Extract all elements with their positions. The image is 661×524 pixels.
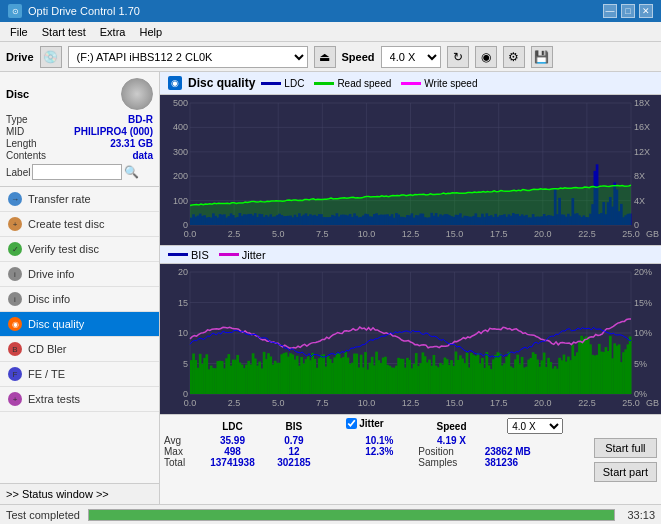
total-samples: 381236 <box>485 457 586 468</box>
read-speed-label: Read speed <box>337 78 391 89</box>
main-layout: Disc Type BD-R MID PHILIPRO4 (000) Lengt… <box>0 72 661 504</box>
verify-test-disc-icon: ✓ <box>8 242 22 256</box>
jitter-checkbox[interactable] <box>346 418 357 429</box>
samples-label: Samples <box>418 457 484 468</box>
bis-legend-bar: BIS Jitter <box>160 246 661 264</box>
sidebar-item-transfer-rate[interactable]: → Transfer rate <box>0 187 159 212</box>
status-time: 33:13 <box>627 509 655 521</box>
drive-select[interactable]: (F:) ATAPI iHBS112 2 CL0K <box>68 46 308 68</box>
status-text: Test completed <box>6 509 80 521</box>
create-test-disc-icon: + <box>8 217 22 231</box>
speed-label: Speed <box>342 51 375 63</box>
disc-type-value: BD-R <box>128 114 153 125</box>
disc-label-label: Label <box>6 167 30 178</box>
label-icon[interactable]: 🔍 <box>124 165 139 179</box>
nav-cd-bler-label: CD Bler <box>28 343 67 355</box>
disc-info-icon: i <box>8 292 22 306</box>
minimize-button[interactable]: — <box>603 4 617 18</box>
position-label: Position <box>418 446 484 457</box>
disc-mid-row: MID PHILIPRO4 (000) <box>6 126 153 137</box>
close-button[interactable]: ✕ <box>639 4 653 18</box>
eject-button[interactable]: ⏏ <box>314 46 336 68</box>
extra-tests-icon: + <box>8 392 22 406</box>
disc-length-row: Length 23.31 GB <box>6 138 153 149</box>
drivebar: Drive 💿 (F:) ATAPI iHBS112 2 CL0K ⏏ Spee… <box>0 42 661 72</box>
disc-panel: Disc Type BD-R MID PHILIPRO4 (000) Lengt… <box>0 72 159 187</box>
charts: BIS Jitter <box>160 95 661 414</box>
start-full-button[interactable]: Start full <box>594 438 657 458</box>
titlebar-left: ⊙ Opti Drive Control 1.70 <box>8 4 140 18</box>
write-speed-label: Write speed <box>424 78 477 89</box>
ldc-header: LDC <box>197 417 267 435</box>
content-area: ◉ Disc quality LDC Read speed Write spee… <box>160 72 661 504</box>
max-bis: 12 <box>268 446 321 457</box>
jitter-header-label: Jitter <box>359 418 383 429</box>
status-window-link[interactable]: >> Status window >> <box>0 483 159 504</box>
cd-bler-icon: B <box>8 342 22 356</box>
disc-contents-label: Contents <box>6 150 46 161</box>
disc-title: Disc <box>6 88 29 100</box>
nav-fe-te-label: FE / TE <box>28 368 65 380</box>
save-button[interactable]: 💾 <box>531 46 553 68</box>
bis-chart <box>160 264 661 414</box>
total-label: Total <box>164 457 197 468</box>
menu-help[interactable]: Help <box>133 25 168 39</box>
ldc-label: LDC <box>284 78 304 89</box>
jitter-col: Jitter <box>340 417 418 430</box>
disc-mid-label: MID <box>6 126 24 137</box>
speed-select[interactable]: 4.0 X <box>381 46 441 68</box>
sidebar-item-disc-quality[interactable]: ◉ Disc quality <box>0 312 159 337</box>
ldc-chart <box>160 95 661 245</box>
bis-header: BIS <box>268 417 321 435</box>
start-part-button[interactable]: Start part <box>594 462 657 482</box>
legend-jitter: Jitter <box>219 249 266 261</box>
disc-label-row: Label 🔍 <box>6 164 153 180</box>
settings-button[interactable]: ⚙ <box>503 46 525 68</box>
sidebar-item-fe-te[interactable]: F FE / TE <box>0 362 159 387</box>
nav-disc-quality-label: Disc quality <box>28 318 84 330</box>
menu-file[interactable]: File <box>4 25 34 39</box>
nav-disc-info-label: Disc info <box>28 293 70 305</box>
sidebar-item-drive-info[interactable]: i Drive info <box>0 262 159 287</box>
disc-type-row: Type BD-R <box>6 114 153 125</box>
maximize-button[interactable]: □ <box>621 4 635 18</box>
titlebar-controls[interactable]: — □ ✕ <box>603 4 653 18</box>
statusbar: Test completed 33:13 <box>0 504 661 524</box>
disc-quality-legend: LDC Read speed Write speed <box>261 78 477 89</box>
nav-verify-test-disc-label: Verify test disc <box>28 243 99 255</box>
sidebar-item-extra-tests[interactable]: + Extra tests <box>0 387 159 412</box>
menubar: File Start test Extra Help <box>0 22 661 42</box>
drive-label: Drive <box>6 51 34 63</box>
bis-label: BIS <box>191 249 209 261</box>
disc-label-input[interactable] <box>32 164 122 180</box>
write-speed-color <box>401 82 421 85</box>
speed-select-stats[interactable]: 4.0 X <box>507 418 563 434</box>
disc-image <box>121 78 153 110</box>
app-title: Opti Drive Control 1.70 <box>28 5 140 17</box>
ldc-chart-container <box>160 95 661 246</box>
jitter-color <box>219 253 239 256</box>
sidebar-item-cd-bler[interactable]: B CD Bler <box>0 337 159 362</box>
avg-bis: 0.79 <box>268 435 321 446</box>
sidebar-item-create-test-disc[interactable]: + Create test disc <box>0 212 159 237</box>
disc-mid-value: PHILIPRO4 (000) <box>74 126 153 137</box>
menu-start-test[interactable]: Start test <box>36 25 92 39</box>
bis-color <box>168 253 188 256</box>
disc-button[interactable]: ◉ <box>475 46 497 68</box>
sidebar-item-verify-test-disc[interactable]: ✓ Verify test disc <box>0 237 159 262</box>
stats-bar: LDC BIS Jitter Speed 4.0 X <box>160 414 661 504</box>
disc-quality-icon: ◉ <box>8 317 22 331</box>
app-icon: ⊙ <box>8 4 22 18</box>
speed-select-header[interactable]: 4.0 X <box>485 417 586 435</box>
avg-jitter: 10.1% <box>340 435 418 446</box>
fe-te-icon: F <box>8 367 22 381</box>
menu-extra[interactable]: Extra <box>94 25 132 39</box>
disc-header: Disc <box>6 78 153 110</box>
avg-label: Avg <box>164 435 197 446</box>
max-position: 23862 MB <box>485 446 586 457</box>
nav-drive-info-label: Drive info <box>28 268 74 280</box>
refresh-button[interactable]: ↻ <box>447 46 469 68</box>
sidebar-item-disc-info[interactable]: i Disc info <box>0 287 159 312</box>
ldc-color <box>261 82 281 85</box>
disc-contents-value: data <box>132 150 153 161</box>
